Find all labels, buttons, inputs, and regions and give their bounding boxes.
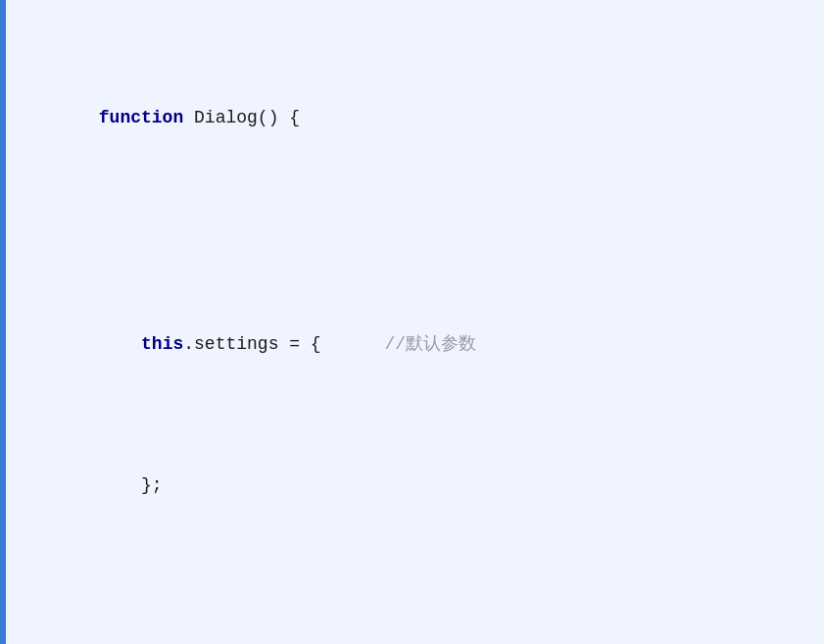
code-line-1: function Dialog() { bbox=[35, 76, 795, 161]
code-line-3: this.settings = { //默认参数 bbox=[35, 302, 795, 386]
keyword-function-1: function bbox=[99, 108, 183, 127]
code-content: function Dialog() { this.settings = { //… bbox=[35, 20, 795, 644]
code-line-4: }; bbox=[35, 443, 795, 527]
dialog-declaration: Dialog() { bbox=[183, 108, 300, 127]
comment-default-params: //默认参数 bbox=[384, 334, 476, 354]
code-editor: function Dialog() { this.settings = { //… bbox=[0, 0, 824, 644]
settings-assign: .settings = { bbox=[183, 334, 384, 354]
indent-1 bbox=[99, 334, 141, 354]
closing-brace-1: }; bbox=[99, 475, 163, 495]
this-keyword-1: this bbox=[141, 334, 183, 354]
code-line-2 bbox=[35, 218, 795, 246]
code-line-5 bbox=[35, 584, 795, 613]
